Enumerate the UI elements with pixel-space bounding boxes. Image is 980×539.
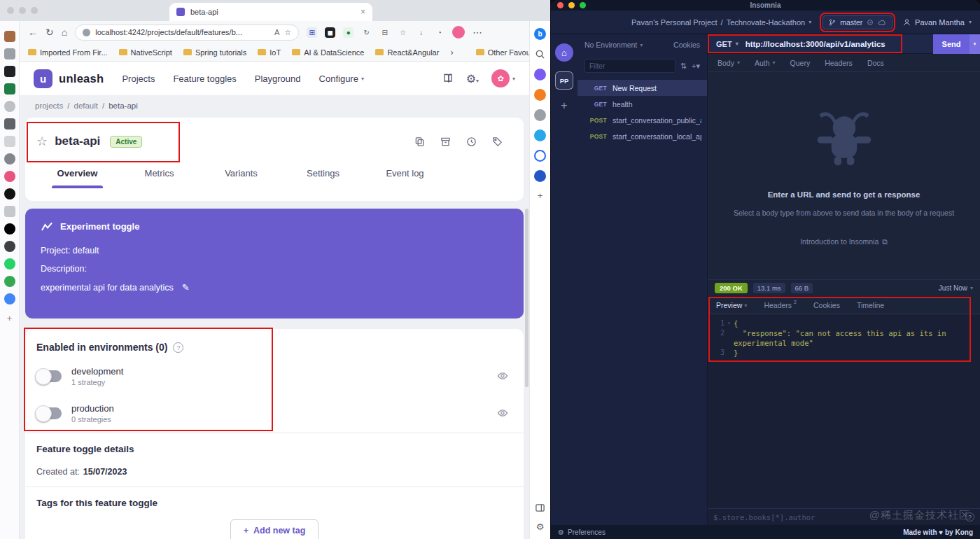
settings-gear-icon[interactable]: ⚙ xyxy=(536,522,545,532)
project-avatar[interactable]: PP xyxy=(555,71,573,90)
more-menu-icon[interactable]: ⋯ xyxy=(472,27,482,37)
profile-avatar[interactable] xyxy=(452,26,465,38)
sidebar-panel-icon[interactable] xyxy=(535,503,545,513)
favorite-star-icon[interactable]: ☆ xyxy=(36,134,48,149)
refresh-icon[interactable]: ↻ xyxy=(46,27,54,37)
pinned-tab-favicon[interactable] xyxy=(4,153,15,164)
tab-query[interactable]: Query xyxy=(790,59,811,67)
close-window-icon[interactable] xyxy=(557,2,564,8)
environment-toggle[interactable] xyxy=(38,407,62,419)
visibility-eye-icon[interactable] xyxy=(497,370,508,382)
back-icon[interactable]: ← xyxy=(28,27,38,37)
bookmark-folder[interactable]: Spring tutorials xyxy=(183,48,246,57)
bookmark-folder[interactable]: AI & DataScience xyxy=(292,48,364,57)
method-selector[interactable]: GET ▾ xyxy=(708,40,746,48)
fold-caret-icon[interactable]: ▾ xyxy=(724,318,734,328)
pinned-tab-favicon[interactable] xyxy=(4,293,15,304)
close-window-icon[interactable] xyxy=(7,7,14,14)
downloads-icon[interactable]: ↓ xyxy=(416,27,426,38)
account-menu[interactable]: Pavan Mantha ▾ xyxy=(903,18,972,27)
edit-pencil-icon[interactable]: ✎ xyxy=(182,282,190,293)
request-item[interactable]: POST start_conversation_public_api xyxy=(578,112,707,128)
extension-icon[interactable]: ◼ xyxy=(325,27,335,38)
bing-discover-icon[interactable]: b xyxy=(534,28,546,40)
pinned-tab-favicon[interactable] xyxy=(4,171,15,182)
workspace-breadcrumb[interactable]: Pavan's Personal Project / Technovate-Ha… xyxy=(631,18,811,27)
home-icon[interactable]: ⌂ xyxy=(62,27,67,37)
pinned-tab-favicon[interactable] xyxy=(4,31,15,42)
copilot-icon[interactable] xyxy=(534,69,546,80)
minimize-window-icon[interactable] xyxy=(19,7,26,14)
minimize-window-icon[interactable] xyxy=(568,2,575,8)
tab-response-cookies[interactable]: Cookies xyxy=(813,301,840,309)
visibility-eye-icon[interactable] xyxy=(497,407,508,419)
pinned-tab-favicon[interactable] xyxy=(4,83,15,94)
pinned-tab-favicon[interactable] xyxy=(4,223,15,234)
tab-settings[interactable]: Settings xyxy=(282,160,364,188)
breadcrumb-default[interactable]: default xyxy=(74,102,98,110)
copy-icon[interactable] xyxy=(414,136,425,147)
bookmark-folder[interactable]: IoT xyxy=(258,48,281,57)
environment-selector[interactable]: No Environment▾ xyxy=(584,41,643,49)
user-avatar[interactable]: ✿ ▾ xyxy=(491,69,515,88)
breadcrumb-projects[interactable]: projects xyxy=(35,102,63,110)
request-item[interactable]: GET health xyxy=(578,96,707,112)
tab-overview[interactable]: Overview xyxy=(36,160,118,188)
split-screen-icon[interactable]: ⊟ xyxy=(379,27,390,38)
tag-icon[interactable] xyxy=(492,136,503,147)
history-clock-icon[interactable] xyxy=(466,136,477,147)
site-info-icon[interactable] xyxy=(83,29,90,36)
create-request-icon[interactable]: +▾ xyxy=(692,62,700,71)
tab-preview[interactable]: Preview▾ xyxy=(716,301,747,309)
pinned-tab-favicon[interactable] xyxy=(4,276,15,287)
extension-icon[interactable]: ● xyxy=(343,27,354,38)
pinned-tab-favicon[interactable] xyxy=(4,241,15,252)
favorites-icon[interactable]: ☆ xyxy=(398,27,408,38)
intro-docs-link[interactable]: Introduction to Insomnia ⧉ xyxy=(800,237,888,246)
help-question-icon[interactable]: ? xyxy=(173,342,183,353)
nav-playground[interactable]: Playground xyxy=(255,74,301,84)
request-filter-input[interactable] xyxy=(584,59,676,73)
shopping-icon[interactable] xyxy=(534,89,546,101)
tab-event-log[interactable]: Event log xyxy=(364,160,446,188)
bookmark-folder[interactable]: Imported From Fir... xyxy=(28,48,108,57)
tab-docs[interactable]: Docs xyxy=(867,59,884,67)
pinned-tab-favicon[interactable] xyxy=(4,48,15,59)
tab-headers[interactable]: Headers xyxy=(825,59,853,67)
send-options-icon[interactable]: ▾ xyxy=(969,34,980,54)
tab-variants[interactable]: Variants xyxy=(200,160,282,188)
window-controls[interactable] xyxy=(7,7,38,14)
cookies-button[interactable]: Cookies xyxy=(673,41,700,49)
sort-icon[interactable]: ⇅ xyxy=(680,62,687,71)
tab-timeline[interactable]: Timeline xyxy=(857,301,884,309)
add-new-tag-button[interactable]: + Add new tag xyxy=(230,519,319,539)
home-button[interactable]: ⌂ xyxy=(555,43,573,62)
tab-body[interactable]: Body▾ xyxy=(718,59,740,67)
scrollbar-thumb[interactable] xyxy=(525,209,528,387)
pinned-tab-favicon[interactable] xyxy=(4,206,15,217)
pinned-tab-favicon[interactable] xyxy=(4,101,15,112)
bookmark-folder[interactable]: NativeScript xyxy=(119,48,172,57)
request-url[interactable]: http://localhost:3000/api/v1/analytics xyxy=(746,40,933,48)
add-project-icon[interactable]: + xyxy=(561,99,567,112)
nav-configure[interactable]: Configure▾ xyxy=(319,74,364,84)
people-icon[interactable] xyxy=(534,109,546,121)
maximize-window-icon[interactable] xyxy=(31,7,38,14)
environment-toggle[interactable] xyxy=(38,370,62,382)
add-pinned-tab-icon[interactable]: + xyxy=(7,313,13,323)
settings-gear-icon[interactable]: ⚙▾ xyxy=(466,72,479,85)
favorite-star-icon[interactable]: ☆ xyxy=(284,28,291,37)
extension-icon[interactable]: ⊞ xyxy=(307,27,317,38)
add-sidebar-item-icon[interactable]: + xyxy=(538,190,543,201)
archive-icon[interactable] xyxy=(440,136,451,147)
pinned-tab-favicon[interactable] xyxy=(4,136,15,147)
messenger-icon[interactable] xyxy=(534,130,546,141)
pinned-tab-favicon[interactable] xyxy=(4,66,15,77)
drop-icon[interactable] xyxy=(534,150,546,162)
pinned-tab-favicon[interactable] xyxy=(4,258,15,270)
maximize-window-icon[interactable] xyxy=(580,2,586,8)
nav-feature-toggles[interactable]: Feature toggles xyxy=(173,74,236,84)
preferences-button[interactable]: ⚙ Preferences xyxy=(558,528,606,536)
bookmark-folder[interactable]: React&Angular xyxy=(375,48,439,57)
bookmarks-overflow-icon[interactable]: › xyxy=(450,47,453,57)
